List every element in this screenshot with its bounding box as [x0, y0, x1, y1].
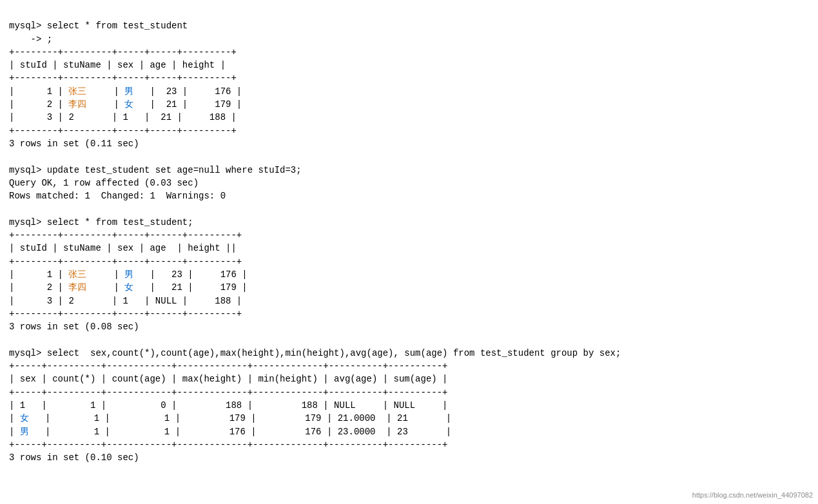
line-15: +--------+---------+-----+------+-------… — [9, 230, 242, 240]
line-17: +--------+---------+-----+------+-------… — [9, 257, 242, 267]
line-28: | 女 | 1 | 1 | 179 | 179 | 21.0000 | 21 | — [9, 413, 451, 423]
line-23: mysql> select sex,count(*),count(age),ma… — [9, 348, 621, 358]
line-22: 3 rows in set (0.08 sec) — [9, 322, 139, 332]
line-3: +--------+---------+-----+-----+--------… — [9, 47, 237, 57]
line-12: Query OK, 1 row affected (0.03 sec) — [9, 178, 199, 188]
line-13: Rows matched: 1 Changed: 1 Warnings: 0 — [9, 191, 226, 201]
line-18: | 1 | 张三 | 男 | 23 | 176 | — [9, 269, 248, 280]
line-24: +-----+----------+------------+---------… — [9, 361, 448, 371]
terminal-output: mysql> select * from test_student -> ; +… — [9, 6, 809, 464]
line-25: | sex | count(*) | count(age) | max(heig… — [9, 374, 448, 384]
line-21: +--------+---------+-----+------+-------… — [9, 309, 242, 319]
line-9: +--------+---------+-----+-----+--------… — [9, 126, 237, 136]
line-19: | 2 | 李四 | 女 | 21 | 179 | — [9, 282, 248, 293]
line-26: +-----+----------+------------+---------… — [9, 387, 448, 398]
line-27: | 1 | 1 | 0 | 188 | 188 | NULL | NULL | — [9, 400, 448, 411]
line-10: 3 rows in set (0.11 sec) — [9, 139, 139, 149]
watermark: https://blog.csdn.net/weixin_44097082 — [692, 491, 813, 499]
line-4: | stuId | stuName | sex | age | height | — [9, 60, 226, 70]
line-8: | 3 | 2 | 1 | 21 | 188 | — [9, 112, 237, 122]
line-16: | stuId | stuName | sex | age | height |… — [9, 243, 237, 253]
line-29: | 男 | 1 | 1 | 176 | 176 | 23.0000 | 23 | — [9, 427, 451, 437]
line-14: mysql> select * from test_student; — [9, 217, 193, 228]
line-31: 3 rows in set (0.10 sec) — [9, 452, 139, 463]
line-30: +-----+----------+------------+---------… — [9, 440, 448, 450]
line-1: mysql> select * from test_student — [9, 21, 188, 31]
line-7: | 2 | 李四 | 女 | 21 | 179 | — [9, 99, 242, 110]
line-2: -> ; — [9, 34, 52, 44]
line-6: | 1 | 张三 | 男 | 23 | 176 | — [9, 86, 242, 97]
line-11: mysql> update test_student set age=null … — [9, 165, 302, 175]
line-5: +--------+---------+-----+-----+--------… — [9, 73, 237, 83]
line-20: | 3 | 2 | 1 | NULL | 188 | — [9, 296, 242, 306]
